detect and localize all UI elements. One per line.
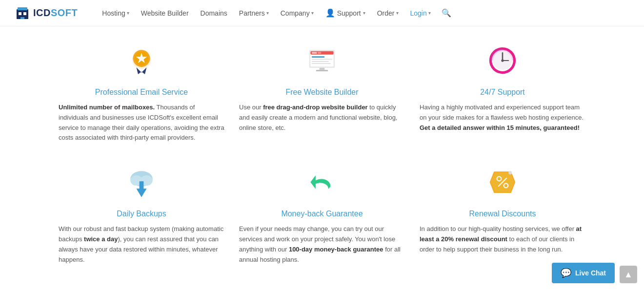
svg-rect-18 bbox=[312, 63, 331, 64]
live-chat-button[interactable]: 💬 Live Chat bbox=[552, 263, 615, 279]
svg-rect-14 bbox=[318, 52, 321, 54]
live-chat-label: Live Chat bbox=[575, 269, 606, 277]
svg-point-25 bbox=[501, 59, 503, 62]
chevron-down-icon: ▾ bbox=[266, 10, 269, 16]
features-grid: Professional Email Service Unlimited num… bbox=[59, 41, 585, 265]
chevron-up-icon: ▲ bbox=[624, 270, 633, 280]
nav-item-support[interactable]: 👤 Support ▾ bbox=[321, 5, 370, 21]
nav-item-order[interactable]: Order ▾ bbox=[372, 6, 403, 20]
logo-text: ICDSOFT bbox=[33, 7, 78, 19]
chevron-down-icon: ▾ bbox=[428, 10, 431, 16]
feature-discount: Renewal Discounts In addition to our hig… bbox=[420, 163, 585, 265]
nav-item-hosting[interactable]: Hosting ▾ bbox=[97, 6, 134, 20]
svg-rect-2 bbox=[23, 12, 26, 15]
nav-item-website-builder[interactable]: Website Builder bbox=[136, 6, 194, 20]
svg-rect-20 bbox=[316, 70, 328, 71]
nav-item-login[interactable]: Login ▾ bbox=[405, 6, 436, 20]
feature-money-title[interactable]: Money-back Guarantee bbox=[281, 209, 362, 218]
svg-rect-13 bbox=[312, 52, 317, 54]
feature-email-desc: Unlimited number of mailboxes. Thousands… bbox=[59, 103, 224, 143]
feature-discount-title[interactable]: Renewal Discounts bbox=[469, 209, 536, 218]
feature-email-title[interactable]: Professional Email Service bbox=[95, 88, 188, 97]
nav-item-company[interactable]: Company ▾ bbox=[276, 6, 319, 20]
nav-links: Hosting ▾ Website Builder Domains Partne… bbox=[97, 5, 629, 21]
feature-builder: Free Website Builder Use our free drag-a… bbox=[239, 41, 405, 143]
feature-builder-desc: Use our free drag-and-drop website build… bbox=[239, 103, 405, 133]
chevron-down-icon: ▾ bbox=[311, 10, 314, 16]
chevron-down-icon: ▾ bbox=[396, 10, 399, 16]
feature-support: 24/7 Support Having a highly motivated a… bbox=[420, 41, 585, 143]
feature-support-title[interactable]: 24/7 Support bbox=[480, 88, 525, 97]
feature-support-desc: Having a highly motivated and experience… bbox=[420, 103, 585, 133]
email-icon bbox=[122, 41, 161, 80]
chevron-down-icon: ▾ bbox=[127, 10, 129, 16]
feature-discount-desc: In addition to our high-quality hosting … bbox=[420, 224, 585, 254]
search-icon[interactable]: 🔍 bbox=[438, 5, 455, 21]
logo[interactable]: ICDSOFT bbox=[15, 5, 78, 21]
svg-rect-1 bbox=[19, 12, 21, 15]
feature-email: Professional Email Service Unlimited num… bbox=[59, 41, 224, 143]
nav-item-partners[interactable]: Partners ▾ bbox=[234, 6, 274, 20]
support-icon: 👤 bbox=[325, 8, 335, 18]
feature-builder-title[interactable]: Free Website Builder bbox=[285, 88, 358, 97]
feature-backup-desc: With our robust and fast backup system (… bbox=[59, 224, 224, 265]
main-content: Professional Email Service Unlimited num… bbox=[29, 26, 615, 279]
svg-rect-17 bbox=[312, 61, 329, 62]
svg-rect-16 bbox=[312, 59, 332, 60]
builder-icon bbox=[302, 41, 342, 80]
svg-rect-3 bbox=[20, 17, 24, 19]
svg-rect-4 bbox=[18, 7, 27, 10]
scroll-top-button[interactable]: ▲ bbox=[620, 266, 637, 279]
svg-point-34 bbox=[508, 171, 512, 174]
feature-backup: Daily Backups With our robust and fast b… bbox=[59, 163, 224, 265]
feature-money-desc: Even if your needs may change, you can t… bbox=[239, 224, 405, 265]
chat-icon: 💬 bbox=[561, 268, 571, 278]
support-clock-icon bbox=[483, 41, 522, 80]
money-back-icon bbox=[302, 163, 342, 202]
svg-rect-19 bbox=[320, 68, 325, 70]
discount-icon bbox=[483, 163, 522, 202]
feature-backup-title[interactable]: Daily Backups bbox=[117, 209, 166, 218]
backup-icon bbox=[122, 163, 161, 202]
feature-money: Money-back Guarantee Even if your needs … bbox=[239, 163, 405, 265]
chevron-down-icon: ▾ bbox=[363, 10, 365, 16]
nav-item-domains[interactable]: Domains bbox=[196, 6, 232, 20]
navbar: ICDSOFT Hosting ▾ Website Builder Domain… bbox=[0, 0, 644, 26]
svg-rect-15 bbox=[312, 56, 324, 58]
svg-rect-31 bbox=[140, 181, 144, 190]
